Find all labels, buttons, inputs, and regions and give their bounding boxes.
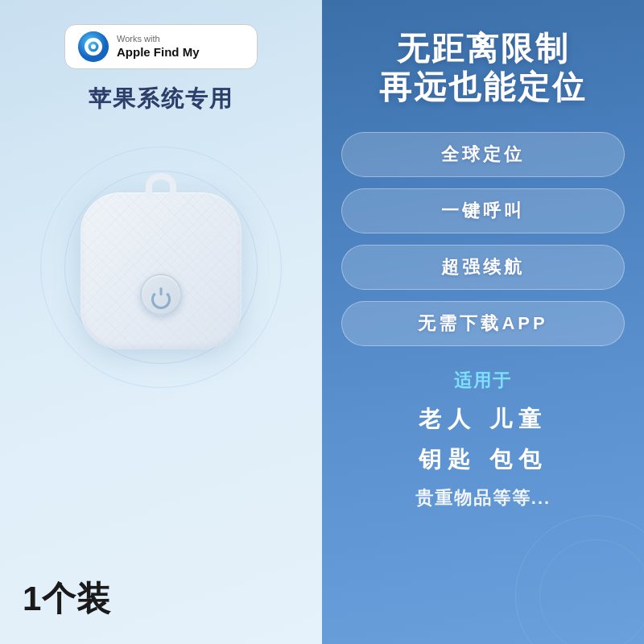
headline-line1: 无距离限制: [379, 29, 587, 68]
power-button[interactable]: [140, 274, 182, 316]
applicable-row2: 钥匙 包包: [419, 443, 547, 477]
feature-global: 全球定位: [341, 132, 625, 177]
left-panel: Works with Apple Find My 苹果系统专用: [0, 0, 322, 644]
find-my-title: Apple Find My: [117, 44, 200, 60]
applicable-row3: 贵重物品等等...: [415, 486, 551, 510]
feature-battery: 超强续航: [341, 245, 625, 290]
page: Works with Apple Find My 苹果系统专用: [0, 0, 644, 644]
quantity-badge: 1个装: [23, 576, 111, 621]
tracker-device: [80, 183, 242, 352]
svg-point-0: [78, 31, 109, 62]
find-my-badge: Works with Apple Find My: [64, 24, 258, 69]
applicable-section: 适用于 老人 儿童 钥匙 包包 贵重物品等等...: [341, 369, 625, 510]
find-my-icon: [78, 31, 109, 62]
headline-line2: 再远也能定位: [379, 68, 587, 106]
apple-system-label: 苹果系统专用: [89, 84, 233, 114]
right-panel: 无距离限制 再远也能定位 全球定位 一键呼叫 超强续航 无需下载APP 适用于 …: [322, 0, 644, 644]
svg-point-2: [91, 44, 96, 49]
device-area: [32, 130, 290, 404]
applicable-label: 适用于: [454, 369, 512, 393]
feature-call: 一键呼叫: [341, 188, 625, 233]
main-headline: 无距离限制 再远也能定位: [379, 29, 587, 106]
works-with-label: Works with: [117, 33, 200, 44]
device-body: [80, 192, 242, 349]
device-texture: [80, 192, 242, 349]
feature-no-app: 无需下载APP: [341, 301, 625, 346]
power-icon: [151, 285, 171, 304]
applicable-row1: 老人 儿童: [419, 402, 547, 436]
svg-point-1: [87, 40, 100, 53]
feature-list: 全球定位 一键呼叫 超强续航 无需下载APP: [341, 132, 625, 346]
find-my-text: Works with Apple Find My: [117, 33, 200, 60]
device-loop: [146, 173, 176, 199]
